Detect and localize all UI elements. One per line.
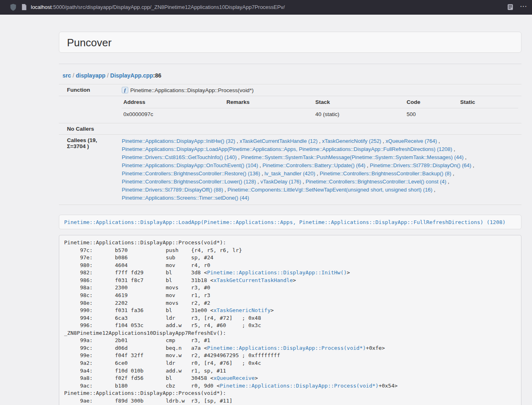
page-container: Puncover src / displayapp / DisplayApp.c… [59, 32, 521, 405]
breadcrumb-separator: / [71, 72, 76, 79]
callee-link[interactable]: Pinetime::Controllers::Battery::Update()… [263, 162, 366, 168]
callee-link[interactable]: Pinetime::Drivers::St7789::DisplayOff() … [122, 187, 223, 193]
callee-link[interactable]: vTaskDelay (176) [261, 179, 301, 185]
stats-row-label [59, 96, 118, 123]
url-host: localhost [31, 4, 52, 10]
stats-header-row: AddressRemarksStackCodeStatic [122, 99, 518, 108]
callee-separator: , [446, 179, 449, 185]
callee-link[interactable]: xQueueReceive (764) [386, 138, 437, 144]
app-header: Puncover [59, 32, 521, 53]
breadcrumb-line-number: :86 [153, 72, 161, 79]
callee-separator: , [237, 154, 241, 160]
highlighted-symbol-link[interactable]: Pinetime::Applications::DisplayApp::Load… [64, 219, 506, 225]
breadcrumb-link[interactable]: src [62, 72, 71, 79]
callee-separator: , [381, 138, 386, 144]
callees-label: Callees (19, Σ=3704 ) [59, 135, 118, 205]
stats-row: AddressRemarksStackCodeStatic 0x0000097c… [59, 96, 521, 123]
callee-link[interactable]: xTaskGetCurrentTaskHandle (12) [239, 138, 317, 144]
function-type-icon: ƒ [122, 87, 128, 93]
callee-separator: , [437, 138, 440, 144]
code-symbol-link[interactable]: xTaskGetCurrentTaskHandle [213, 277, 293, 283]
stats-column-header: Stack [314, 99, 405, 108]
function-name: Pinetime::Applications::DisplayApp::Proc… [130, 87, 254, 93]
page-info-icon[interactable] [22, 4, 27, 10]
no-callers-label: No Callers [59, 123, 118, 135]
callee-link[interactable]: Pinetime::Applications::DisplayApp::Load… [122, 146, 452, 152]
callees-list: Pinetime::Applications::DisplayApp::Init… [118, 135, 521, 205]
callee-link[interactable]: Pinetime::Controllers::BrightnessControl… [122, 179, 256, 185]
code-symbol-link[interactable]: xQueueReceive [213, 375, 255, 381]
tracking-protection-shield-icon[interactable] [10, 4, 17, 11]
callee-separator: , [256, 179, 261, 185]
callee-link[interactable]: Pinetime::System::SystemTask::PushMessag… [241, 154, 463, 160]
stats-column-header: Address [122, 99, 225, 108]
browser-chrome: localhost:5000/path/src/displayapp/Displ… [0, 0, 532, 15]
code-block: Pinetime::Applications::DisplayApp::Proc… [59, 235, 521, 405]
breadcrumb-separator: / [106, 72, 110, 79]
callee-separator: , [451, 170, 454, 177]
code-symbol-link[interactable]: xTaskGenericNotify [213, 307, 271, 313]
symbol-table: Function ƒ Pinetime::Applications::Displ… [59, 84, 521, 205]
code-symbol-link[interactable]: Pinetime::Applications::DisplayApp::Init… [207, 269, 347, 276]
callee-link[interactable]: Pinetime::Components::LittleVgl::SetNewT… [228, 187, 433, 193]
callee-separator: , [258, 162, 263, 168]
callee-separator: , [318, 138, 322, 144]
callee-link[interactable]: Pinetime::Applications::Screens::Timer::… [122, 195, 249, 201]
callee-separator: , [452, 146, 455, 152]
url-bar[interactable]: localhost:5000/path/src/displayapp/Displ… [31, 4, 502, 10]
callee-link[interactable]: lv_task_handler (420) [265, 170, 315, 177]
stats-column-header: Remarks [225, 99, 314, 108]
stats-value: 0x0000097c [122, 108, 225, 121]
callee-separator: , [260, 170, 265, 177]
divider [59, 64, 521, 64]
callees-row: Callees (19, Σ=3704 ) Pinetime::Applicat… [59, 135, 521, 205]
stats-column-header: Static [459, 99, 518, 108]
callee-link[interactable]: Pinetime::Drivers::St7789::DisplayOn() (… [370, 162, 471, 168]
callee-separator: , [223, 187, 228, 193]
stats-value [225, 108, 314, 121]
reader-mode-icon[interactable] [507, 4, 513, 10]
url-path: :5000/path/src/displayapp/DisplayApp.cpp… [52, 4, 285, 10]
callee-link[interactable]: Pinetime::Controllers::BrightnessControl… [122, 170, 260, 177]
stats-value: 40 (static) [314, 108, 405, 121]
stats-column-header: Code [405, 99, 459, 108]
callee-link[interactable]: Pinetime::Drivers::Cst816S::GetTouchInfo… [122, 154, 237, 160]
callee-link[interactable]: Pinetime::Controllers::BrightnessControl… [306, 179, 446, 185]
stats-table: AddressRemarksStackCodeStatic 0x0000097c… [122, 99, 518, 121]
breadcrumb: src / displayapp / DisplayApp.cpp:86 [62, 72, 521, 79]
breadcrumb-link[interactable]: DisplayApp.cpp [110, 72, 153, 79]
callee-separator: , [471, 162, 474, 168]
code-symbol-link[interactable]: Pinetime::Applications::DisplayApp::Proc… [220, 383, 379, 389]
stats-value [459, 108, 518, 121]
function-row-label: Function [59, 84, 118, 96]
callee-link[interactable]: Pinetime::Applications::DisplayApp::Init… [122, 138, 235, 144]
callee-link[interactable]: Pinetime::Applications::DisplayApp::OnTo… [122, 162, 258, 168]
callee-link[interactable]: xTaskGenericNotify (252) [322, 138, 381, 144]
callee-separator: , [463, 154, 466, 160]
overflow-menu-icon[interactable]: ⋯ [520, 3, 527, 11]
callee-separator: , [365, 162, 370, 168]
highlighted-symbol-box: Pinetime::Applications::DisplayApp::Load… [59, 215, 521, 229]
breadcrumb-link[interactable]: displayapp [76, 72, 106, 79]
callee-separator: , [301, 179, 306, 185]
callee-separator: , [315, 170, 320, 177]
callee-separator: , [235, 138, 240, 144]
stats-value-row: 0x0000097c40 (static)500 [122, 108, 518, 121]
callee-separator: , [433, 187, 435, 193]
callee-link[interactable]: Pinetime::Controllers::BrightnessControl… [320, 170, 451, 177]
function-row: Function ƒ Pinetime::Applications::Displ… [59, 84, 521, 96]
stats-value: 500 [405, 108, 459, 121]
code-symbol-link[interactable]: Pinetime::Applications::DisplayApp::Proc… [207, 345, 366, 351]
app-title: Puncover [67, 36, 513, 49]
callers-row: No Callers [59, 123, 521, 135]
